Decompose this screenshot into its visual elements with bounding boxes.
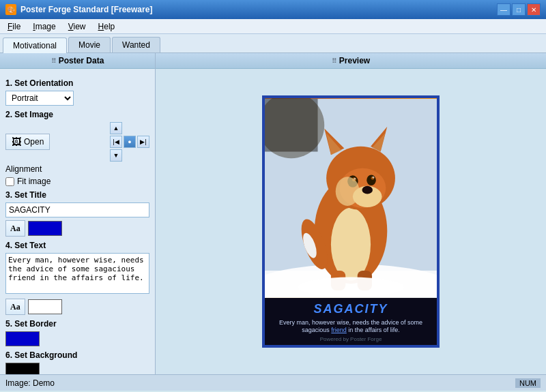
image-icon: 🖼 (12, 136, 21, 147)
preview-area: SAGACITY Every man, however wise, needs … (156, 69, 546, 374)
poster-data-header: ⠿ Poster Data (0, 53, 155, 69)
poster-powered: Powered by Poster Forge (270, 336, 431, 342)
menu-bar: File Image View Help (0, 19, 546, 34)
align-down-button[interactable]: ▼ (110, 149, 122, 162)
tabs-bar: Motivational Movie Wanted (0, 34, 546, 53)
left-panel: ⠿ Poster Data 1. Set Orientation Portrai… (0, 53, 156, 374)
poster-bottom: SAGACITY Every man, however wise, needs … (265, 298, 437, 345)
align-up-button[interactable]: ▲ (110, 122, 122, 134)
alignment-label: Alignment (5, 164, 42, 174)
fit-image-label: Fit image (17, 177, 51, 186)
title-font-button[interactable]: Aa (5, 220, 25, 237)
menu-view[interactable]: View (63, 20, 91, 33)
background-section-label: 6. Set Background (5, 350, 149, 360)
tab-movie[interactable]: Movie (68, 37, 111, 52)
fit-image-checkbox[interactable] (5, 177, 14, 186)
poster-data-label: Poster Data (59, 56, 104, 65)
svg-point-12 (362, 186, 373, 194)
app-icon: 🎨 (5, 4, 16, 15)
text-input[interactable]: Every man, however wise, needs the advic… (5, 253, 149, 294)
poster-text-highlight: friend (331, 327, 347, 333)
maximize-button[interactable]: □ (512, 3, 526, 16)
align-bottom-row: ▼ (110, 149, 149, 162)
align-center-button[interactable]: ● (124, 136, 136, 148)
poster-title-display: SAGACITY (270, 302, 431, 316)
open-label: Open (24, 137, 44, 147)
border-color-box[interactable] (5, 331, 40, 346)
menu-file[interactable]: File (3, 20, 25, 33)
svg-point-22 (298, 277, 403, 297)
main-content: ⠿ Poster Data 1. Set Orientation Portrai… (0, 53, 546, 374)
fox-illustration (265, 98, 437, 298)
text-controls-row: Aa (5, 299, 149, 315)
align-top-row: ▲ (110, 122, 149, 134)
title-color-box[interactable] (28, 221, 62, 236)
poster-preview: SAGACITY Every man, however wise, needs … (262, 95, 440, 348)
svg-point-14 (367, 175, 376, 185)
title-section-label: 3. Set Title (5, 190, 149, 200)
minimize-button[interactable]: — (497, 3, 511, 16)
orientation-select[interactable]: Portrait Landscape (5, 91, 74, 106)
svg-point-19 (336, 177, 360, 206)
poster-text-end: in the affairs of life. (348, 327, 399, 333)
image-title: 2. Set Image (5, 110, 149, 119)
num-indicator: NUM (515, 378, 541, 388)
title-bar-left: 🎨 Poster Forge Standard [Freeware] (5, 4, 152, 15)
orientation-title: 1. Set Orientation (5, 78, 149, 88)
text-color-box[interactable] (28, 299, 62, 314)
fit-image-row: Fit image (5, 177, 149, 186)
status-bar: Image: Demo NUM (0, 374, 546, 391)
window-title: Poster Forge Standard [Freeware] (20, 5, 152, 14)
poster-text-display: Every man, however wise, needs the advic… (270, 319, 431, 335)
menu-help[interactable]: Help (94, 20, 120, 33)
text-section-label: 4. Set Text (5, 241, 149, 250)
close-button[interactable]: ✕ (527, 3, 541, 16)
title-controls-row: Aa (5, 220, 149, 237)
open-image-button[interactable]: 🖼 Open (5, 134, 50, 150)
status-text: Image: Demo (5, 378, 55, 388)
preview-grip-icon: ⠿ (332, 57, 336, 65)
align-middle-row: |◀ ● ▶| (110, 136, 149, 148)
text-font-button[interactable]: Aa (5, 299, 25, 315)
menu-image[interactable]: Image (28, 20, 60, 33)
panel-body: 1. Set Orientation Portrait Landscape 2.… (0, 69, 155, 374)
image-row: 🖼 Open ▲ |◀ ● ▶| ▼ (5, 122, 149, 162)
fox-image (265, 98, 437, 298)
align-left-button[interactable]: |◀ (110, 136, 122, 148)
svg-point-4 (331, 208, 371, 281)
title-controls: — □ ✕ (497, 3, 541, 16)
title-input[interactable] (5, 202, 149, 217)
alignment-label-row: Alignment (5, 164, 149, 174)
grip-icon: ⠿ (51, 57, 56, 65)
align-controls: ▲ |◀ ● ▶| ▼ (110, 122, 149, 162)
preview-header: ⠿ Preview (156, 53, 546, 69)
border-section-label: 5. Set Border (5, 319, 149, 329)
tab-wanted[interactable]: Wanted (112, 37, 160, 52)
title-bar: 🎨 Poster Forge Standard [Freeware] — □ ✕ (0, 0, 546, 19)
align-right-button[interactable]: ▶| (137, 136, 149, 148)
background-color-box[interactable] (5, 363, 40, 374)
svg-point-18 (373, 177, 375, 179)
right-panel: ⠿ Preview (156, 53, 546, 374)
preview-label: Preview (339, 56, 370, 65)
tab-motivational[interactable]: Motivational (3, 37, 67, 53)
status-right: NUM (515, 378, 541, 388)
